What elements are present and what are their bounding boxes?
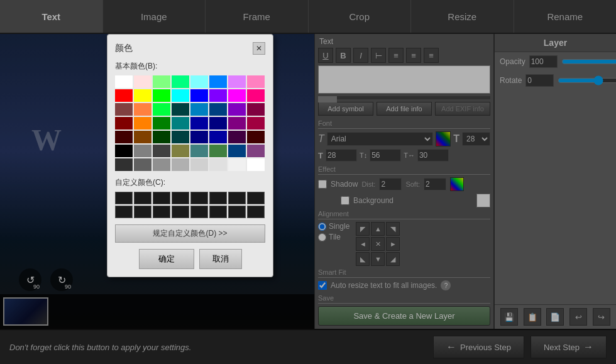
custom-color-cell-13[interactable]: [209, 206, 227, 218]
basic-color-cell-29[interactable]: [209, 117, 227, 130]
basic-color-cell-4[interactable]: [190, 75, 208, 88]
cancel-button[interactable]: 取消: [199, 249, 242, 269]
basic-color-cell-22[interactable]: [228, 103, 246, 116]
basic-color-cell-48[interactable]: [115, 158, 133, 171]
basic-color-cell-39[interactable]: [247, 131, 265, 143]
basic-color-cell-50[interactable]: [153, 158, 170, 171]
basic-color-cell-43[interactable]: [172, 145, 189, 157]
custom-color-cell-2[interactable]: [153, 192, 170, 204]
basic-color-cell-42[interactable]: [153, 145, 170, 157]
basic-color-cell-5[interactable]: [209, 75, 227, 88]
custom-color-cell-11[interactable]: [172, 206, 189, 218]
basic-color-cell-3[interactable]: [172, 75, 189, 88]
basic-color-cell-40[interactable]: [115, 145, 133, 157]
basic-color-cell-31[interactable]: [247, 117, 265, 130]
basic-color-cell-20[interactable]: [190, 103, 208, 116]
custom-color-cell-8[interactable]: [115, 206, 133, 218]
ok-button[interactable]: 确定: [139, 249, 194, 269]
custom-colors-grid: [115, 192, 265, 218]
basic-color-cell-38[interactable]: [228, 131, 246, 143]
basic-color-cell-36[interactable]: [190, 131, 208, 143]
custom-color-cell-15[interactable]: [247, 206, 265, 218]
basic-color-cell-9[interactable]: [134, 89, 151, 102]
basic-color-cell-11[interactable]: [172, 89, 189, 102]
custom-color-cell-0[interactable]: [115, 192, 133, 204]
basic-color-cell-55[interactable]: [247, 158, 265, 171]
basic-color-cell-16[interactable]: [115, 103, 133, 116]
custom-color-cell-9[interactable]: [134, 206, 151, 218]
basic-color-cell-17[interactable]: [134, 103, 151, 116]
dialog-title: 颜色: [115, 43, 133, 54]
custom-color-cell-5[interactable]: [209, 192, 227, 204]
basic-colors-label: 基本颜色(B):: [115, 61, 265, 72]
basic-color-cell-14[interactable]: [228, 89, 246, 102]
dialog-buttons-row: 确定 取消: [115, 249, 265, 269]
custom-color-cell-3[interactable]: [172, 192, 189, 204]
basic-color-cell-28[interactable]: [190, 117, 208, 130]
basic-color-cell-1[interactable]: [134, 75, 151, 88]
basic-color-cell-30[interactable]: [228, 117, 246, 130]
basic-color-cell-13[interactable]: [209, 89, 227, 102]
basic-color-cell-32[interactable]: [115, 131, 133, 143]
basic-color-cell-49[interactable]: [134, 158, 151, 171]
basic-color-cell-18[interactable]: [153, 103, 170, 116]
basic-color-cell-8[interactable]: [115, 89, 133, 102]
color-dialog-overlay: 颜色 ✕ 基本颜色(B): 自定义颜色(C): 规定自定义颜色(D) >> 确定…: [0, 0, 616, 364]
basic-color-cell-19[interactable]: [172, 103, 189, 116]
define-custom-colors-button[interactable]: 规定自定义颜色(D) >>: [115, 224, 265, 243]
custom-color-cell-1[interactable]: [134, 192, 151, 204]
basic-color-cell-12[interactable]: [190, 89, 208, 102]
color-dialog: 颜色 ✕ 基本颜色(B): 自定义颜色(C): 规定自定义颜色(D) >> 确定…: [107, 34, 273, 277]
custom-color-cell-6[interactable]: [228, 192, 246, 204]
custom-color-cell-14[interactable]: [228, 206, 246, 218]
custom-color-cell-12[interactable]: [190, 206, 208, 218]
dialog-title-bar: 颜色 ✕: [115, 42, 265, 55]
basic-color-cell-44[interactable]: [190, 145, 208, 157]
basic-color-cell-24[interactable]: [115, 117, 133, 130]
basic-color-cell-46[interactable]: [228, 145, 246, 157]
basic-color-cell-6[interactable]: [228, 75, 246, 88]
basic-color-cell-7[interactable]: [247, 75, 265, 88]
basic-color-cell-41[interactable]: [134, 145, 151, 157]
basic-colors-grid: [115, 75, 265, 171]
basic-color-cell-35[interactable]: [172, 131, 189, 143]
basic-color-cell-37[interactable]: [209, 131, 227, 143]
basic-color-cell-52[interactable]: [190, 158, 208, 171]
custom-color-cell-7[interactable]: [247, 192, 265, 204]
basic-color-cell-33[interactable]: [134, 131, 151, 143]
basic-color-cell-15[interactable]: [247, 89, 265, 102]
dialog-close-button[interactable]: ✕: [253, 42, 265, 55]
basic-color-cell-26[interactable]: [153, 117, 170, 130]
basic-color-cell-34[interactable]: [153, 131, 170, 143]
basic-color-cell-2[interactable]: [153, 75, 170, 88]
basic-color-cell-53[interactable]: [209, 158, 227, 171]
basic-color-cell-10[interactable]: [153, 89, 170, 102]
basic-color-cell-47[interactable]: [247, 145, 265, 157]
basic-color-cell-51[interactable]: [172, 158, 189, 171]
basic-color-cell-25[interactable]: [134, 117, 151, 130]
basic-color-cell-27[interactable]: [172, 117, 189, 130]
basic-color-cell-45[interactable]: [209, 145, 227, 157]
custom-color-cell-4[interactable]: [190, 192, 208, 204]
custom-color-cell-10[interactable]: [153, 206, 170, 218]
basic-color-cell-23[interactable]: [247, 103, 265, 116]
basic-color-cell-0[interactable]: [115, 75, 133, 88]
basic-color-cell-54[interactable]: [228, 158, 246, 171]
custom-colors-label: 自定义颜色(C):: [115, 177, 265, 188]
basic-color-cell-21[interactable]: [209, 103, 227, 116]
